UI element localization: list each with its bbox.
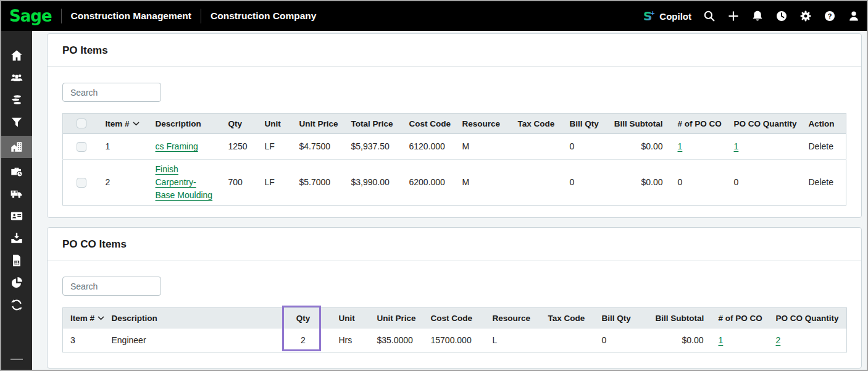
copilot-button[interactable]: S + Copilot: [643, 9, 691, 23]
sidebar-item-analytics[interactable]: [1, 272, 32, 294]
row-2-bill-qty: 0: [562, 160, 606, 206]
po-items-col-bill-qty[interactable]: Bill Qty: [562, 114, 606, 134]
add-icon[interactable]: [727, 10, 740, 22]
sidebar-scroll-hint: [10, 359, 23, 360]
po-co-row-unit: Hrs: [332, 328, 370, 352]
po-items-col-action[interactable]: Action: [801, 114, 846, 134]
po-co-row-tax-code: [541, 328, 595, 352]
po-co-col-bill-subtotal[interactable]: Bill Subtotal: [648, 308, 711, 328]
po-items-search-input[interactable]: [62, 83, 161, 102]
po-co-items-title: PO CO Items: [48, 228, 861, 261]
sort-desc-icon-2: [98, 316, 104, 320]
select-all-checkbox[interactable]: [77, 119, 86, 128]
svg-text:?: ?: [828, 12, 832, 20]
notifications-icon[interactable]: [751, 10, 764, 22]
row-1-description-link[interactable]: cs Framing: [156, 141, 198, 151]
row-2-checkbox[interactable]: [77, 178, 86, 188]
sidebar-item-people[interactable]: [1, 67, 32, 89]
row-1-checkbox[interactable]: [77, 142, 86, 152]
po-items-row-1: 1 cs Framing 1250 LF $4.7500 $5,937.50 6…: [63, 134, 846, 160]
po-co-row-1: 3 Engineer 2 Hrs $35.0000 15700.000 L 0 …: [63, 328, 847, 352]
po-co-col-num-po-co[interactable]: # of PO CO: [711, 308, 769, 328]
po-co-row-resource: L: [485, 328, 541, 352]
qty-column-highlight: [282, 306, 321, 351]
sidebar-item-finance[interactable]: [1, 89, 32, 111]
po-items-col-num-po-co[interactable]: # of PO CO: [670, 114, 727, 134]
row-1-unit-price: $4.7500: [292, 134, 344, 160]
refresh-icon: [10, 298, 23, 312]
row-1-resource: M: [455, 134, 511, 160]
row-2-tax-code: [511, 160, 562, 206]
briefcase-clock-icon: [10, 165, 23, 178]
po-co-col-unit-price[interactable]: Unit Price: [370, 308, 424, 328]
settings-icon[interactable]: [799, 10, 812, 22]
po-co-col-unit[interactable]: Unit: [332, 308, 370, 328]
po-items-col-description[interactable]: Description: [148, 114, 221, 134]
po-co-items-table: Item # Description Qty Unit Unit Price C…: [62, 307, 847, 352]
row-2-description-link[interactable]: Finish Carpentry-Base Moulding: [156, 164, 213, 200]
row-2-qty: 700: [221, 160, 257, 206]
search-icon[interactable]: [703, 10, 716, 22]
sidebar-item-toolbox[interactable]: [1, 160, 32, 183]
po-co-col-description[interactable]: Description: [104, 308, 275, 328]
row-2-unit: LF: [257, 160, 292, 206]
truck-icon: [10, 187, 23, 201]
po-co-col-resource[interactable]: Resource: [485, 308, 541, 328]
sidebar-item-projects[interactable]: [1, 136, 32, 158]
po-co-row-description: Engineer: [104, 328, 275, 352]
po-items-col-unit-price[interactable]: Unit Price: [292, 114, 344, 134]
sidebar-item-equipment[interactable]: [1, 183, 32, 205]
coins-icon: [10, 93, 23, 107]
sidebar-item-sync[interactable]: [1, 294, 32, 316]
po-co-row-item: 3: [63, 328, 104, 352]
row-1-num-po-co-link[interactable]: 1: [678, 141, 683, 151]
po-items-col-item[interactable]: Item #: [98, 114, 148, 134]
sage-logo[interactable]: Sage: [9, 7, 52, 25]
sidebar-item-import[interactable]: [1, 227, 32, 249]
company-name[interactable]: Construction Company: [211, 10, 316, 22]
topbar-divider-2: [201, 9, 201, 23]
row-1-qty: 1250: [221, 134, 257, 160]
po-items-col-qty[interactable]: Qty: [221, 114, 257, 134]
sidebar-item-filter[interactable]: [1, 111, 32, 133]
sidebar-item-reports[interactable]: [1, 249, 32, 272]
help-icon[interactable]: ?: [824, 10, 836, 22]
app-window: Sage Construction Management Constructio…: [0, 0, 868, 371]
account-icon[interactable]: [848, 10, 860, 22]
id-card-icon: [10, 209, 23, 223]
history-icon[interactable]: [775, 10, 788, 22]
po-items-select-all[interactable]: [63, 114, 98, 134]
copilot-icon: S +: [643, 9, 656, 23]
sort-desc-icon: [133, 122, 140, 126]
row-2-item: 2: [98, 160, 148, 206]
po-items-col-tax-code[interactable]: Tax Code: [511, 114, 562, 134]
po-co-col-bill-qty[interactable]: Bill Qty: [595, 308, 648, 328]
sidebar-item-contacts[interactable]: [1, 205, 32, 227]
po-co-col-cost-code[interactable]: Cost Code: [424, 308, 485, 328]
topbar-divider: [61, 9, 62, 23]
po-items-col-bill-subtotal[interactable]: Bill Subtotal: [606, 114, 670, 134]
po-co-col-po-co-quantity[interactable]: PO CO Quantity: [769, 308, 847, 328]
po-items-col-total-price[interactable]: Total Price: [344, 114, 402, 134]
po-co-items-search-input[interactable]: [62, 277, 161, 296]
row-2-delete-action[interactable]: Delete: [801, 160, 846, 206]
row-1-bill-subtotal: $0.00: [606, 134, 670, 160]
row-1-po-co-qty-link[interactable]: 1: [734, 141, 739, 151]
po-items-col-resource[interactable]: Resource: [455, 114, 511, 134]
po-co-col-item[interactable]: Item #: [63, 308, 104, 328]
po-co-row-unit-price: $35.0000: [370, 328, 424, 352]
po-items-title: PO Items: [48, 34, 861, 67]
row-2-po-co-qty: 0: [727, 160, 801, 206]
po-items-col-cost-code[interactable]: Cost Code: [402, 114, 455, 134]
row-1-delete-action[interactable]: Delete: [801, 134, 846, 160]
sidebar-item-home[interactable]: [1, 44, 32, 67]
po-co-col-tax-code[interactable]: Tax Code: [541, 308, 595, 328]
po-items-col-unit[interactable]: Unit: [257, 114, 292, 134]
po-co-row-num-po-co-link[interactable]: 1: [719, 335, 724, 345]
row-2-cost-code: 6200.000: [402, 160, 455, 206]
row-1-unit: LF: [257, 134, 292, 160]
po-items-col-po-co-quantity[interactable]: PO CO Quantity: [727, 114, 801, 134]
po-items-table: Item # Description Qty Unit Unit Price T…: [62, 113, 846, 206]
po-co-row-po-co-qty-link[interactable]: 2: [776, 335, 781, 345]
home-icon: [10, 49, 23, 62]
